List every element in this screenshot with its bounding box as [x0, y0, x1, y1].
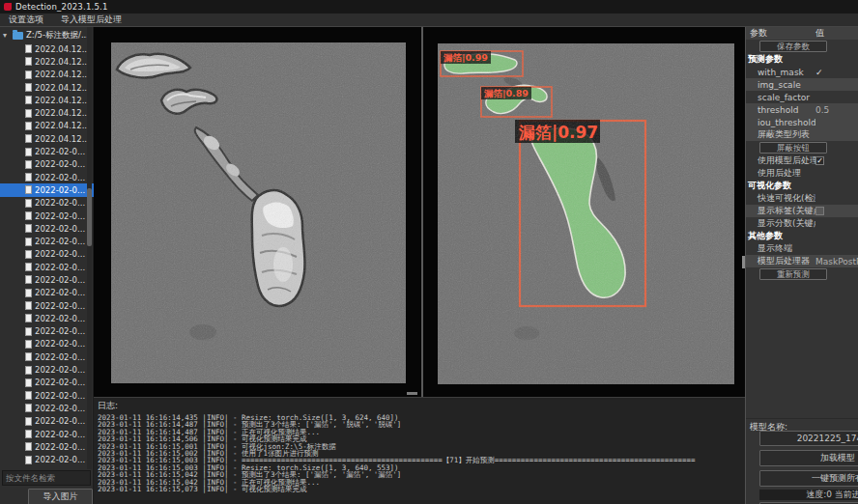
source-image-canvas[interactable]	[94, 27, 421, 397]
file-name: 2022.04.12...	[35, 108, 90, 118]
app-icon	[4, 3, 12, 11]
menu-item-import-postprocess[interactable]: 导入模型后处理	[61, 14, 122, 26]
file-tree-item[interactable]: 2022.04.12...	[0, 81, 94, 94]
params-button[interactable]: 保存参数	[759, 41, 827, 52]
file-icon	[25, 148, 32, 156]
file-tree-item[interactable]: 2022-02-0...	[0, 415, 94, 428]
file-tree-item[interactable]: 2022-02-0...	[0, 287, 94, 299]
file-tree-item[interactable]: 2022-02-0...	[0, 261, 94, 273]
params-row[interactable]: 快速可视化(检测)	[746, 192, 858, 205]
file-icon	[25, 404, 32, 412]
tree-scrollbar-track[interactable]	[87, 27, 92, 469]
chevron-down-icon[interactable]: ▾	[3, 31, 10, 40]
file-icon	[25, 417, 32, 426]
params-row[interactable]: scale_factor	[746, 91, 858, 103]
file-name: 2022-02-0...	[35, 339, 85, 349]
file-tree-item[interactable]: 2022-02-0...	[0, 389, 94, 402]
file-name: 2022-02-0...	[35, 442, 85, 452]
tree-root-folder[interactable]: ▾ Z:/5-标注数据/...	[0, 28, 94, 42]
params-row[interactable]: 使用模型后处理✓	[746, 154, 858, 167]
file-icon	[25, 391, 32, 400]
params-row[interactable]: img_scale	[746, 78, 858, 91]
file-tree-item[interactable]: 2022-02-0...	[0, 171, 94, 183]
file-icon	[25, 83, 32, 92]
params-row[interactable]: 显示终端	[746, 242, 858, 255]
prediction-overlay-image: 漏箔|0.99 漏箔|0.89 漏箔|0.97	[438, 43, 734, 384]
checkbox-unchecked[interactable]	[815, 207, 824, 215]
file-tree-item[interactable]: 2022.04.12...	[0, 120, 94, 132]
log-area[interactable]: 日志: 2023-01-11 16:16:14,435 |INFO| - Res…	[94, 397, 745, 504]
checkmark-icon: ✓	[815, 68, 823, 77]
param-label: scale_factor	[746, 93, 815, 102]
load-model-button[interactable]: 加载模型	[759, 450, 858, 466]
params-button[interactable]: 重新预测	[759, 268, 827, 280]
file-tree-item[interactable]: 2022-02-0...	[0, 325, 94, 338]
file-icon	[25, 224, 32, 233]
file-tree-item[interactable]: 2022-02-0...	[0, 428, 94, 440]
file-tree-item[interactable]: 2022.04.12...	[0, 69, 94, 81]
file-tree-item[interactable]: 2022-02-0...	[0, 350, 94, 363]
model-block: 模型名称: 20221225_174813 加载模型 一键预测所有 速度:0 当…	[746, 418, 858, 434]
file-tree-item[interactable]: 2022.04.12...	[0, 94, 94, 106]
file-tree-item[interactable]: 2022.04.12...	[0, 132, 94, 145]
source-micrograph-image	[111, 42, 406, 383]
search-input[interactable]	[2, 470, 91, 486]
file-tree-item[interactable]: 2022-02-0...	[0, 158, 94, 171]
file-tree-item[interactable]: 2022-02-0...	[0, 440, 94, 453]
params-row[interactable]: 显示分数(关键点)	[746, 217, 858, 230]
file-name: 2022.04.12...	[35, 121, 90, 130]
file-icon	[25, 199, 32, 208]
file-tree-item[interactable]: 2022-02-0...	[0, 197, 94, 210]
file-tree-item[interactable]: 2022.04.12...	[0, 42, 94, 55]
file-tree-item[interactable]: 2022.04.12...	[0, 106, 94, 119]
model-name-field[interactable]: 20221225_174813	[759, 431, 858, 446]
checkbox-checked[interactable]: ✓	[815, 156, 824, 165]
menu-item-settings[interactable]: 设置选项	[9, 14, 43, 26]
param-label: 模型后处理器	[746, 255, 815, 267]
params-row[interactable]: 使用后处理	[746, 167, 858, 180]
file-tree-item[interactable]: 2022-02-0...	[0, 402, 94, 414]
file-tree-item[interactable]: 2022.04.12...	[0, 55, 94, 68]
file-tree-item[interactable]: 2022-02-0...	[0, 312, 94, 324]
file-name: 2022.04.12...	[35, 134, 90, 144]
file-tree-item[interactable]: 2022-02-0...	[0, 299, 94, 312]
params-row[interactable]: with_mask✓	[746, 66, 858, 78]
file-tree[interactable]: ▾ Z:/5-标注数据/... 2022.04.12...2022.04.12.…	[0, 28, 94, 470]
tree-root-label: Z:/5-标注数据/...	[26, 30, 89, 42]
params-row[interactable]: 模型后处理器MaskPostPro	[746, 255, 858, 267]
file-tree-item[interactable]: 2022-02-0...	[0, 377, 94, 389]
prediction-image-canvas[interactable]: 漏箔|0.99 漏箔|0.89 漏箔|0.97	[423, 27, 745, 397]
params-button-row: 屏蔽按钮	[746, 141, 858, 154]
file-name: 2022.04.12...	[35, 44, 90, 54]
file-tree-item[interactable]: 2022-02-0...	[0, 183, 94, 196]
file-name: 2022.04.12...	[35, 70, 90, 79]
predict-all-button[interactable]: 一键预测所有	[759, 470, 858, 487]
file-icon	[25, 456, 32, 464]
file-tree-item[interactable]: 2022-02-0...	[0, 338, 94, 350]
params-row[interactable]: threshold0.5	[746, 103, 858, 116]
file-tree-item[interactable]: 2022-02-0...	[0, 273, 94, 286]
canvas-hscrollbar-thumb[interactable]	[407, 392, 417, 395]
tree-scrollbar-thumb[interactable]	[87, 188, 92, 246]
params-row[interactable]: 显示标签(关键点)	[746, 205, 858, 217]
import-images-button[interactable]: 导入图片	[28, 489, 93, 504]
params-button[interactable]: 屏蔽按钮	[759, 142, 827, 154]
file-tree-item[interactable]: 2022-02-0...	[0, 454, 94, 466]
window-title: Detection_2023.1.5.1	[15, 2, 108, 12]
file-icon	[25, 263, 32, 271]
file-tree-item[interactable]: 2022-02-0...	[0, 248, 94, 261]
file-tree-item[interactable]: 2022-02-0...	[0, 145, 94, 157]
file-tree-item[interactable]: 2022-02-0...	[0, 235, 94, 247]
file-tree-item[interactable]: 2022-02-0...	[0, 210, 94, 222]
log-line: 2023-01-11 16:16:15,073 |INFO| - 可视化预测结果…	[98, 486, 741, 492]
params-row[interactable]: iou_threshold	[746, 116, 858, 128]
params-row[interactable]: 屏蔽类型列表	[746, 128, 858, 141]
file-tree-item[interactable]: 2022-02-0...	[0, 363, 94, 376]
file-tree-item[interactable]: 2022-02-0...	[0, 222, 94, 235]
param-label: 使用模型后处理	[746, 154, 815, 167]
param-value: ✓	[815, 68, 858, 77]
file-icon	[25, 314, 32, 322]
folder-icon	[13, 32, 23, 40]
title-bar: Detection_2023.1.5.1	[0, 0, 858, 14]
file-icon	[25, 275, 32, 284]
